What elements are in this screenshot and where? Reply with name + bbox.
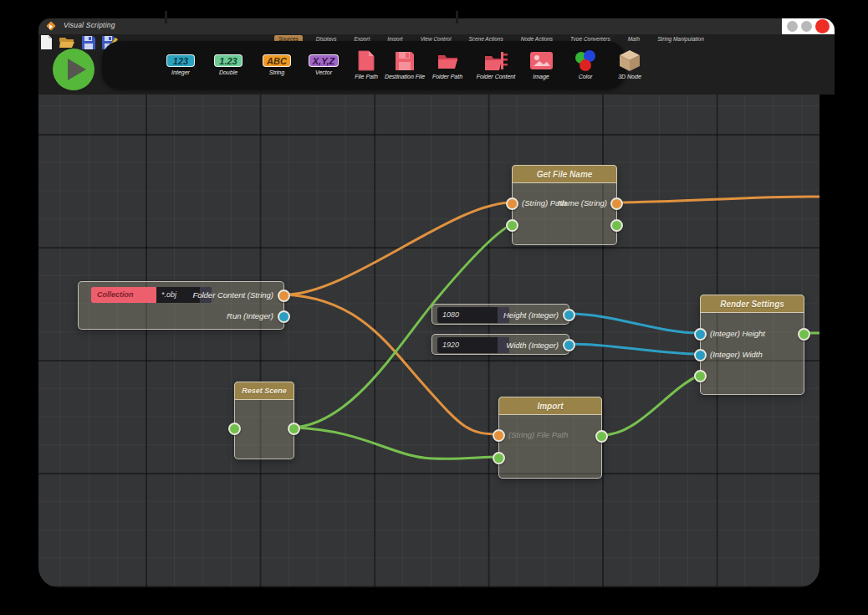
palette-item-string[interactable]: ABCString [252, 41, 302, 89]
import-to-render-settings-wire[interactable] [602, 375, 700, 435]
destination-file-icon [395, 51, 415, 71]
port-exec-output[interactable] [595, 430, 608, 443]
run-script-button[interactable] [52, 48, 95, 91]
port-height-integer-output[interactable] [563, 309, 575, 321]
node-render-settings-title[interactable]: Render Settings [700, 295, 804, 313]
double-badge: 1.23 [214, 54, 243, 67]
folder-path-icon [437, 51, 458, 71]
screen-tick-mark [456, 11, 458, 23]
palette-item-label: Destination File [385, 74, 425, 79]
port-exec-input[interactable] [493, 452, 505, 464]
height-value: 1080 [442, 310, 459, 319]
string-badge: ABC [263, 54, 291, 67]
close-button[interactable] [815, 19, 830, 33]
palette-item-label: String [269, 69, 284, 75]
port-label-run-integer: Run (Integer) [227, 310, 273, 321]
palette-item-label: Vector [315, 69, 332, 75]
port-exec-input[interactable] [694, 370, 707, 382]
node-get-file-name[interactable]: Get File Name (String) Path Name (String… [512, 165, 617, 245]
new-file-icon[interactable] [40, 35, 53, 53]
palette-item-label: File Path [355, 74, 378, 79]
port-label-string-file-path: (String) File Path [508, 429, 568, 440]
palette-item-3d-node[interactable]: 3D Node [605, 41, 655, 89]
palette-item-double[interactable]: 1.23Double [203, 41, 253, 89]
node-width-value[interactable]: 1920 Width (Integer) [431, 334, 569, 355]
node-import-title[interactable]: Import [498, 397, 602, 415]
port-label-integer-height: (Integer) Height [710, 328, 765, 339]
port-folder-content-output[interactable] [278, 290, 290, 302]
port-integer-height-input[interactable] [694, 328, 707, 341]
desktop-background: Visual Scripting SourcesDisplaysExportIm… [0, 0, 868, 615]
folder-content-icon [484, 51, 508, 71]
port-string-file-path-input[interactable] [493, 429, 505, 442]
height-value-field[interactable]: 1080 [437, 307, 509, 323]
reset-scene-to-import-wire[interactable] [294, 428, 498, 459]
palette-item-label: Folder Content [477, 74, 515, 79]
cube-icon [619, 51, 641, 71]
minimize-button[interactable] [787, 21, 798, 32]
node-reset-scene[interactable]: Reset Scene [234, 382, 294, 459]
node-palette: 123Integer1.23DoubleABCStringX,Y,ZVector… [102, 41, 625, 89]
pattern-value: *.obj [161, 290, 176, 299]
palette-item-folder-path[interactable]: Folder Path [422, 41, 472, 89]
height-to-render-settings-wire[interactable] [569, 314, 700, 333]
port-label-folder-content: Folder Content (String) [192, 290, 273, 300]
palette-item-label: Color [579, 74, 593, 79]
port-name-string-output[interactable] [610, 197, 623, 210]
node-reset-scene-title[interactable]: Reset Scene [234, 382, 294, 400]
window-controls [782, 18, 835, 34]
menu-item-string-manipulation[interactable]: String Manipulation [653, 35, 708, 43]
port-label-width-integer: Width (Integer) [506, 340, 559, 351]
node-import[interactable]: Import (String) File Path [498, 397, 602, 479]
port-integer-width-input[interactable] [694, 349, 707, 361]
app-logo-icon [47, 22, 56, 31]
window-title: Visual Scripting [64, 21, 115, 29]
port-width-integer-output[interactable] [563, 339, 575, 351]
palette-item-label: Folder Path [432, 74, 462, 79]
node-get-file-name-title[interactable]: Get File Name [512, 165, 617, 183]
palette-item-folder-content[interactable]: Folder Content [471, 41, 521, 89]
node-graph-canvas[interactable]: Get File Name (String) Path Name (String… [38, 95, 819, 587]
toolbar: SourcesDisplaysExportImportView ControlS… [38, 34, 835, 95]
port-run-integer-output[interactable] [278, 310, 290, 323]
palette-item-integer[interactable]: 123Integer [156, 41, 206, 89]
vector-badge: X,Y,Z [309, 54, 340, 67]
integer-badge: 123 [166, 54, 195, 67]
color-icon [574, 51, 596, 71]
port-exec-output[interactable] [798, 328, 810, 341]
port-label-name-string: Name (String) [558, 197, 607, 208]
width-to-render-settings-wire[interactable] [569, 344, 700, 354]
image-icon [530, 51, 553, 71]
palette-item-image[interactable]: Image [516, 41, 566, 89]
screen-tick-mark [165, 11, 167, 23]
title-bar[interactable]: Visual Scripting [38, 18, 835, 34]
port-label-height-integer: Height (Integer) [503, 310, 559, 320]
palette-item-label: 3D Node [618, 74, 641, 79]
width-value-field[interactable]: 1920 [437, 337, 509, 353]
maximize-button[interactable] [801, 21, 812, 32]
port-label-integer-width: (Integer) Width [710, 349, 763, 360]
port-exec-input[interactable] [506, 219, 518, 232]
node-height-value[interactable]: 1080 Height (Integer) [431, 304, 569, 325]
collection-button[interactable]: Collection [91, 287, 156, 303]
app-window: Visual Scripting SourcesDisplaysExportIm… [38, 18, 835, 587]
palette-item-label: Integer [171, 69, 190, 75]
node-folder-content[interactable]: Collection *.obj Folder Content (String)… [78, 281, 284, 330]
palette-item-label: Double [219, 69, 237, 75]
palette-item-color[interactable]: Color [560, 41, 610, 89]
file-path-icon [357, 51, 375, 71]
reset-scene-to-get-file-name-wire[interactable] [294, 224, 512, 428]
folder-content-to-get-file-name-wire[interactable] [284, 202, 512, 295]
port-exec-output[interactable] [610, 219, 623, 232]
node-render-settings[interactable]: Render Settings (Integer) Height (Intege… [700, 295, 804, 395]
width-value: 1920 [442, 341, 459, 349]
palette-item-label: Image [533, 74, 549, 79]
get-file-name-to-edge-wire[interactable] [617, 197, 819, 202]
port-exec-output[interactable] [288, 423, 300, 435]
port-exec-input[interactable] [228, 423, 241, 435]
port-string-path-input[interactable] [506, 197, 518, 210]
